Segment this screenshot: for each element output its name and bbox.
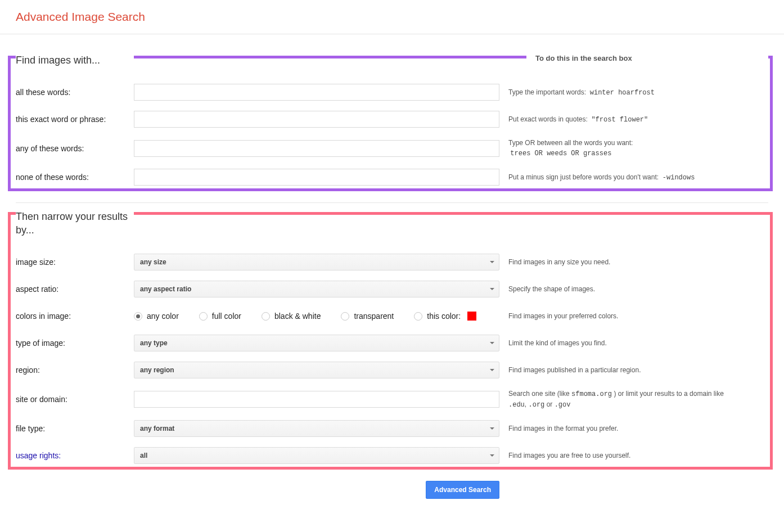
all-words-label: all these words: bbox=[16, 88, 134, 97]
type-dropdown[interactable]: any type bbox=[134, 335, 499, 351]
exact-phrase-input[interactable] bbox=[134, 111, 499, 128]
file-type-label: file type: bbox=[16, 424, 134, 433]
find-section: Find images with... To do this in the se… bbox=[16, 57, 768, 186]
region-help: Find images published in a particular re… bbox=[499, 365, 741, 375]
radio-icon bbox=[414, 312, 422, 321]
exact-phrase-help: Put exact words in quotes: "frost flower… bbox=[499, 114, 741, 125]
color-full-radio[interactable]: full color bbox=[199, 312, 241, 321]
all-words-help: Type the important words: winter hoarfro… bbox=[499, 87, 741, 98]
site-input[interactable] bbox=[134, 391, 499, 408]
file-type-dropdown[interactable]: any format bbox=[134, 420, 499, 437]
color-swatch[interactable] bbox=[467, 312, 476, 321]
image-size-dropdown[interactable]: any size bbox=[134, 254, 499, 270]
color-any-radio[interactable]: any color bbox=[134, 312, 179, 321]
usage-rights-help: Find images you are free to use yourself… bbox=[499, 450, 741, 461]
narrow-section: Then narrow your results by... image siz… bbox=[16, 213, 768, 464]
advanced-search-button[interactable]: Advanced Search bbox=[426, 481, 499, 499]
region-dropdown[interactable]: any region bbox=[134, 362, 499, 378]
radio-icon bbox=[262, 312, 270, 321]
usage-rights-dropdown[interactable]: all bbox=[134, 447, 499, 464]
image-size-help: Find images in any size you need. bbox=[499, 257, 741, 267]
site-help: Search one site (like sfmoma.org ) or li… bbox=[499, 389, 741, 410]
aspect-ratio-label: aspect ratio: bbox=[16, 285, 134, 294]
usage-rights-label[interactable]: usage rights: bbox=[16, 451, 134, 460]
find-section-title: Find images with... bbox=[16, 54, 134, 67]
type-help: Limit the kind of images you find. bbox=[499, 338, 741, 348]
colors-help: Find images in your preferred colors. bbox=[499, 311, 741, 321]
file-type-help: Find images in the format you prefer. bbox=[499, 423, 741, 434]
chevron-down-icon bbox=[490, 288, 494, 290]
chevron-down-icon bbox=[490, 369, 494, 371]
colors-label: colors in image: bbox=[16, 312, 134, 321]
color-bw-radio[interactable]: black & white bbox=[262, 312, 321, 321]
radio-icon bbox=[199, 312, 208, 321]
chevron-down-icon bbox=[490, 454, 494, 457]
aspect-ratio-dropdown[interactable]: any aspect ratio bbox=[134, 281, 499, 297]
chevron-down-icon bbox=[490, 261, 494, 263]
image-size-label: image size: bbox=[16, 258, 134, 267]
radio-icon bbox=[134, 312, 142, 321]
any-words-help: Type OR between all the words you want: … bbox=[499, 138, 741, 159]
any-words-label: any of these words: bbox=[16, 144, 134, 153]
site-label: site or domain: bbox=[16, 395, 134, 404]
narrow-section-title: Then narrow your results by... bbox=[16, 210, 134, 237]
none-words-label: none of these words: bbox=[16, 173, 134, 182]
section-divider bbox=[16, 202, 768, 203]
region-label: region: bbox=[16, 366, 134, 375]
chevron-down-icon bbox=[490, 427, 494, 430]
aspect-ratio-help: Specify the shape of images. bbox=[499, 284, 741, 294]
color-transparent-radio[interactable]: transparent bbox=[341, 312, 394, 321]
exact-phrase-label: this exact word or phrase: bbox=[16, 115, 134, 124]
any-words-input[interactable] bbox=[134, 140, 499, 157]
type-label: type of image: bbox=[16, 339, 134, 348]
page-header: Advanced Image Search bbox=[0, 0, 784, 34]
page-title: Advanced Image Search bbox=[16, 10, 784, 24]
all-words-input[interactable] bbox=[134, 84, 499, 101]
find-help-title: To do this in the search box bbox=[526, 54, 768, 62]
chevron-down-icon bbox=[490, 342, 494, 344]
none-words-input[interactable] bbox=[134, 169, 499, 186]
radio-icon bbox=[341, 312, 349, 321]
color-this-radio[interactable]: this color: bbox=[414, 312, 476, 321]
none-words-help: Put a minus sign just before words you d… bbox=[499, 172, 741, 183]
